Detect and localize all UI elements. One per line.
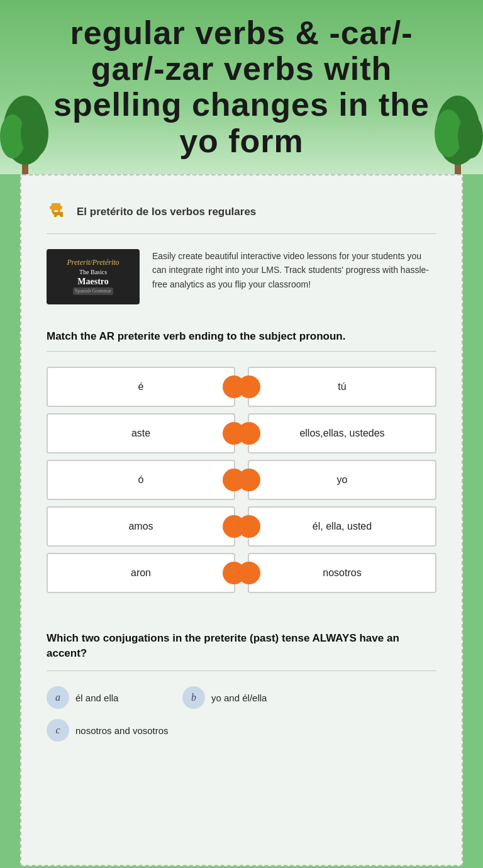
- match-box-left[interactable]: ó: [47, 460, 235, 500]
- match-right-text: ellos,ellas, ustedes: [299, 428, 384, 439]
- match-grid: é tú aste ellos,ellas, ustedes ó yo amos: [47, 367, 436, 593]
- exercise-1-divider: [47, 351, 436, 352]
- match-right-text: nosotros: [323, 567, 361, 579]
- section-divider: [47, 233, 436, 234]
- match-box-right[interactable]: nosotros: [248, 553, 436, 593]
- answer-text-c: nosotros and vosotros: [75, 725, 169, 736]
- answer-options: a él and ella b yo and él/ella c nosotro…: [47, 686, 436, 742]
- exercise-1-section: Match the AR preterite verb ending to th…: [47, 330, 436, 593]
- match-row: amos él, ella, usted: [47, 506, 436, 547]
- exercise-1-title: Match the AR preterite verb ending to th…: [47, 330, 436, 343]
- match-box-left[interactable]: aron: [47, 553, 235, 593]
- answer-option-b[interactable]: b yo and él/ella: [182, 686, 308, 709]
- exercise-2-section: Which two conjugations in the preterite …: [47, 631, 436, 742]
- video-description: Easily create beautiful interactive vide…: [152, 249, 436, 291]
- section-title: El pretérito de los verbos regulares: [77, 206, 256, 218]
- match-box-left[interactable]: amos: [47, 506, 235, 547]
- answer-option-a[interactable]: a él and ella: [47, 686, 172, 709]
- answer-badge-b: b: [182, 686, 205, 709]
- thumb-title-line1: Preterit/Pretérito: [67, 258, 119, 268]
- answer-option-c[interactable]: c nosotros and vosotros: [47, 719, 172, 742]
- thumb-spanish-label: Spanish Grammar: [73, 287, 113, 295]
- answer-badge-c: c: [47, 719, 69, 742]
- match-left-text: ó: [138, 474, 144, 486]
- exercise-2-divider: [47, 670, 436, 671]
- thumbnail-inner: Preterit/Pretérito The Basics Maestro Sp…: [47, 249, 140, 304]
- thumb-maestro: Maestro: [77, 276, 109, 287]
- match-left-text: aron: [131, 567, 151, 579]
- match-row: é tú: [47, 367, 436, 407]
- match-left-text: é: [138, 381, 144, 392]
- main-content-card: El pretérito de los verbos regulares Pre…: [20, 174, 463, 866]
- puzzle-icon: [47, 201, 69, 223]
- section-header: El pretérito de los verbos regulares: [47, 201, 436, 223]
- match-box-left[interactable]: aste: [47, 413, 235, 453]
- match-box-right[interactable]: tú: [248, 367, 436, 407]
- answer-text-b: yo and él/ella: [211, 693, 267, 703]
- match-right-text: yo: [337, 474, 348, 486]
- match-right-text: tú: [338, 381, 346, 392]
- answer-text-a: él and ella: [75, 693, 118, 703]
- svg-point-7: [458, 114, 483, 159]
- video-card: Preterit/Pretérito The Basics Maestro Sp…: [47, 249, 436, 304]
- hero-section: regular verbs & -car/-gar/-zar verbs wit…: [0, 0, 483, 174]
- match-row: aste ellos,ellas, ustedes: [47, 413, 436, 453]
- connector-dot-left[interactable]: [238, 515, 260, 538]
- match-right-text: él, ella, usted: [313, 521, 372, 532]
- match-box-left[interactable]: é: [47, 367, 235, 407]
- match-box-right[interactable]: yo: [248, 460, 436, 500]
- connector-dot-left[interactable]: [238, 376, 260, 398]
- connector-dot-left[interactable]: [238, 562, 260, 584]
- connector-dot-left[interactable]: [238, 422, 260, 445]
- match-left-text: amos: [128, 521, 153, 532]
- connector-dot-left[interactable]: [238, 469, 260, 491]
- hero-title: regular verbs & -car/-gar/-zar verbs wit…: [38, 15, 445, 159]
- match-left-text: aste: [131, 428, 150, 439]
- match-row: aron nosotros: [47, 553, 436, 593]
- answer-badge-a: a: [47, 686, 69, 709]
- match-box-right[interactable]: él, ella, usted: [248, 506, 436, 547]
- thumb-title-line2: The Basics: [79, 268, 107, 276]
- video-thumbnail[interactable]: Preterit/Pretérito The Basics Maestro Sp…: [47, 249, 140, 304]
- exercise-2-title: Which two conjugations in the preterite …: [47, 631, 436, 661]
- match-box-right[interactable]: ellos,ellas, ustedes: [248, 413, 436, 453]
- match-row: ó yo: [47, 460, 436, 500]
